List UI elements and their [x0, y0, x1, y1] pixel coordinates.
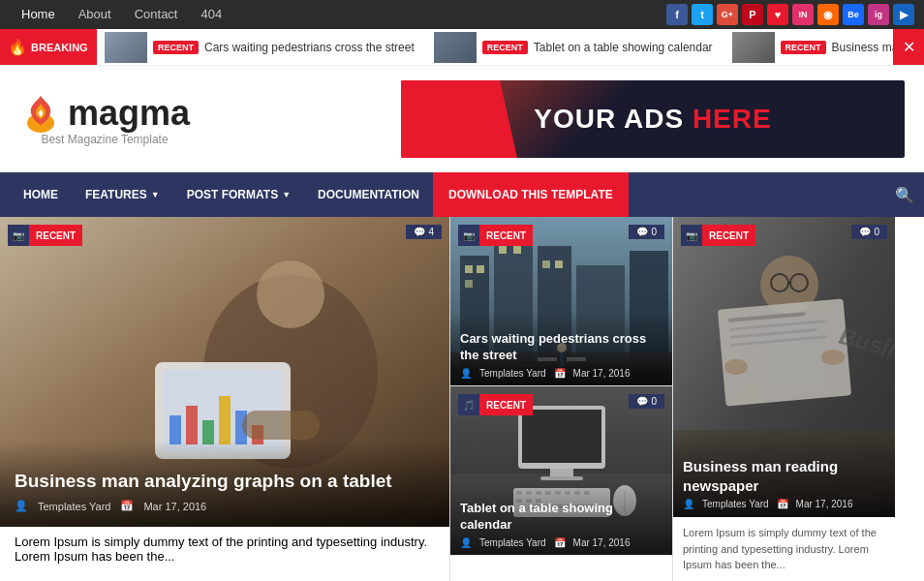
google-plus-icon[interactable]: G+	[717, 4, 738, 25]
middle-column: 📷 RECENT 💬 0 Cars waiting pedestrians cr…	[449, 217, 672, 581]
breaking-item-3[interactable]: RECENT Business man	[732, 32, 893, 63]
comment-icon: 💬	[414, 227, 425, 237]
nav-features[interactable]: FEATURES ▼	[72, 172, 173, 217]
recent-badge-2: RECENT	[482, 41, 528, 54]
breaking-text-2: Tablet on a table showing calendar	[534, 41, 713, 54]
rss-icon[interactable]: ◉	[817, 4, 839, 25]
comment-icon-far: 💬	[859, 227, 871, 237]
side2-badge: 🎵 RECENT	[458, 394, 533, 415]
cal-icon-far: 📅	[777, 499, 788, 509]
featured-author: Templates Yard	[38, 501, 110, 512]
side2-title: Tablet on a table showing calendar	[460, 501, 662, 534]
far-meta: 👤 Templates Yard 📅 Mar 17, 2016	[683, 499, 885, 509]
header-area: magma Best Magazine Template YOUR ADS HE…	[0, 66, 924, 172]
logo-text: magma	[68, 93, 190, 134]
behance-icon[interactable]: Be	[843, 4, 864, 25]
side1-title: Cars waiting pedestrians cross the stree…	[460, 331, 662, 364]
fire-icon: 🔥	[8, 38, 27, 56]
top-nav-links: Home About Contact 404	[10, 0, 233, 29]
side-article-1: 📷 RECENT 💬 0 Cars waiting pedestrians cr…	[450, 217, 672, 386]
youtube-icon[interactable]: ▶	[893, 4, 914, 25]
author-icon-s2: 👤	[460, 537, 472, 548]
breaking-close-button[interactable]: ✕	[893, 29, 924, 66]
far-right-article: Business 📷 RECENT 💬 0 Busine	[673, 217, 895, 581]
recent-badge-3: RECENT	[781, 41, 826, 54]
breaking-item-1[interactable]: RECENT Cars waiting pedestrians cross th…	[105, 32, 415, 63]
camera-icon-far: 📷	[681, 225, 702, 246]
nav-404[interactable]: 404	[189, 0, 233, 29]
side1-recent-label: RECENT	[479, 225, 533, 246]
far-badge: 📷 RECENT	[681, 225, 755, 246]
side-image-1: 📷 RECENT 💬 0 Cars waiting pedestrians cr…	[450, 217, 672, 386]
featured-excerpt-box: Lorem Ipsum is simply dummy text of the …	[0, 527, 449, 575]
featured-recent-badge: RECENT	[29, 225, 82, 246]
side2-recent-label: RECENT	[479, 394, 533, 415]
pinterest-icon[interactable]: P	[742, 4, 763, 25]
breaking-item-2[interactable]: RECENT Tablet on a table showing calenda…	[434, 32, 713, 63]
side1-badge: 📷 RECENT	[458, 225, 533, 246]
music-icon-s2: 🎵	[458, 394, 479, 415]
side1-overlay: Cars waiting pedestrians cross the stree…	[450, 312, 672, 386]
featured-title: Business man analyzing graphs on a table…	[15, 470, 435, 494]
breaking-text-1: Cars waiting pedestrians cross the stree…	[204, 41, 415, 54]
news-items: RECENT Cars waiting pedestrians cross th…	[105, 32, 893, 63]
recent-badge-1: RECENT	[153, 41, 199, 54]
social-icons: f t G+ P ♥ IN ◉ Be ig ▶	[666, 4, 914, 25]
nav-post-formats[interactable]: POST FORMATS ▼	[173, 172, 304, 217]
far-title: Business man reading newspaper	[683, 457, 885, 495]
nav-about[interactable]: About	[67, 0, 123, 29]
author-icon-far: 👤	[683, 499, 694, 509]
ads-banner[interactable]: YOUR ADS HERE	[401, 80, 905, 158]
side-image-2: 🎵 RECENT 💬 0 Tablet on a table showing c…	[450, 386, 672, 556]
far-right-image: Business 📷 RECENT 💬 0 Busine	[673, 217, 895, 517]
featured-meta: 👤 Templates Yard 📅 Mar 17, 2016	[15, 500, 435, 512]
featured-badge: 📷 RECENT	[8, 225, 82, 246]
featured-article: 📷 RECENT 💬 4 Business man analyzing grap…	[0, 217, 449, 581]
logo-area: magma Best Magazine Template	[19, 92, 190, 146]
nav-download-button[interactable]: DOWNLOAD THIS TEMPLATE	[433, 172, 629, 217]
main-nav: HOME FEATURES ▼ POST FORMATS ▼ DOCUMENTA…	[0, 172, 924, 217]
side2-meta: 👤 Templates Yard 📅 Mar 17, 2016	[460, 537, 662, 548]
side-article-2: 🎵 RECENT 💬 0 Tablet on a table showing c…	[450, 386, 672, 556]
side2-overlay: Tablet on a table showing calendar 👤 Tem…	[450, 481, 672, 556]
camera-icon: 📷	[8, 225, 29, 246]
comment-icon-s1: 💬	[636, 227, 648, 237]
cal-icon-s2: 📅	[554, 537, 566, 548]
ads-banner-text: YOUR ADS HERE	[534, 104, 771, 135]
instagram2-icon[interactable]: ig	[868, 4, 889, 25]
nav-contact[interactable]: Contact	[123, 0, 190, 29]
side1-comment: 💬 0	[629, 225, 664, 239]
side1-meta: 👤 Templates Yard 📅 Mar 17, 2016	[460, 368, 662, 379]
main-nav-links: HOME FEATURES ▼ POST FORMATS ▼ DOCUMENTA…	[10, 172, 885, 217]
logo[interactable]: magma	[19, 92, 190, 135]
nav-home[interactable]: Home	[10, 0, 67, 29]
camera-icon-s1: 📷	[458, 225, 479, 246]
far-comment: 💬 0	[851, 225, 887, 239]
nav-home-main[interactable]: HOME	[10, 172, 72, 217]
search-icon[interactable]: 🔍	[895, 186, 914, 204]
author-icon: 👤	[15, 500, 28, 512]
featured-overlay: Business man analyzing graphs on a table…	[0, 441, 449, 527]
featured-excerpt: Lorem Ipsum is simply dummy text of the …	[15, 535, 435, 564]
logo-tagline: Best Magazine Template	[19, 133, 190, 146]
far-recent-label: RECENT	[702, 225, 755, 246]
facebook-icon[interactable]: f	[666, 4, 688, 25]
content-grid: 📷 RECENT 💬 4 Business man analyzing grap…	[0, 217, 924, 581]
side2-comment: 💬 0	[629, 394, 664, 409]
cal-icon-s1: 📅	[554, 368, 566, 379]
author-icon-s1: 👤	[460, 368, 472, 379]
top-nav: Home About Contact 404 f t G+ P ♥ IN ◉ B…	[0, 0, 924, 29]
far-overlay: Business man reading newspaper 👤 Templat…	[673, 433, 895, 517]
breaking-bar: 🔥 BREAKING RECENT Cars waiting pedestria…	[0, 29, 924, 66]
instagram-icon[interactable]: IN	[792, 4, 814, 25]
featured-image: 📷 RECENT 💬 4 Business man analyzing grap…	[0, 217, 449, 527]
breaking-label: 🔥 BREAKING	[0, 29, 97, 66]
calendar-icon: 📅	[120, 500, 134, 512]
logo-flame-icon	[19, 92, 62, 135]
featured-date: Mar 17, 2016	[143, 501, 206, 512]
nav-documentation[interactable]: DOCUMENTATION	[304, 172, 433, 217]
twitter-icon[interactable]: t	[692, 4, 713, 25]
comment-icon-s2: 💬	[636, 396, 648, 407]
right-column: Business 📷 RECENT 💬 0 Busine	[672, 217, 895, 581]
heart-icon[interactable]: ♥	[767, 4, 788, 25]
